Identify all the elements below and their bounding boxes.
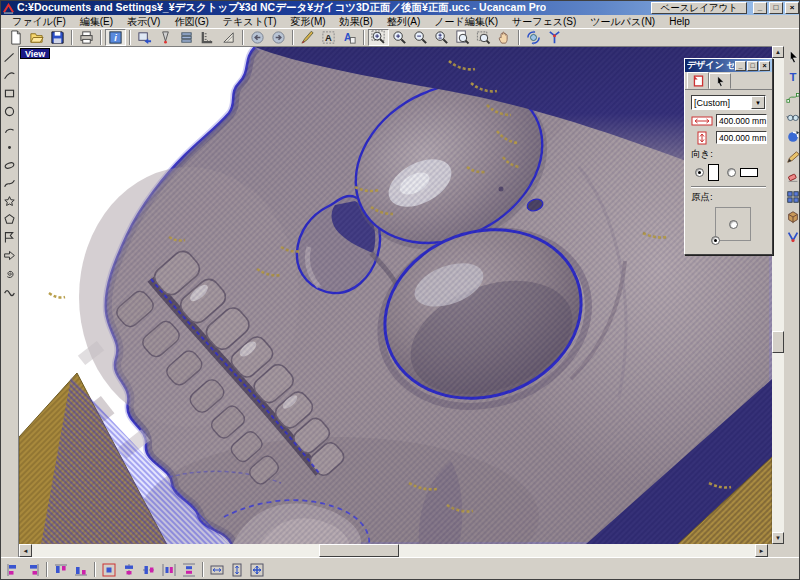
base-layout-button[interactable]: ベースレイアウト	[651, 2, 747, 14]
height-field[interactable]: 400.000 mm	[716, 131, 767, 144]
select-button[interactable]	[784, 47, 800, 67]
menu-view[interactable]: 表示(V)	[120, 15, 167, 29]
centerv-button[interactable]	[139, 560, 159, 580]
view-tab[interactable]: View	[20, 48, 50, 59]
glasses-button[interactable]	[784, 107, 800, 127]
tab-pick[interactable]	[709, 73, 731, 89]
menu-surface[interactable]: サーフェス(S)	[505, 15, 583, 29]
menu-align[interactable]: 整列(A)	[380, 15, 427, 29]
alignbottom-button[interactable]	[71, 560, 91, 580]
spiral-button[interactable]	[1, 264, 18, 282]
modify-button[interactable]	[784, 147, 800, 167]
polygon-button[interactable]	[1, 210, 18, 228]
new-button[interactable]	[5, 29, 26, 46]
viewport-canvas[interactable]: View	[19, 46, 772, 544]
samew-button[interactable]	[207, 560, 227, 580]
rect-button[interactable]	[1, 84, 18, 102]
vertical-scrollbar[interactable]: ▲ ▼	[772, 46, 784, 544]
scroll-up-button[interactable]: ▲	[772, 46, 784, 58]
menu-toolpath[interactable]: ツールパス(N)	[583, 15, 662, 29]
menu-node-edit[interactable]: ノード編集(K)	[427, 15, 505, 29]
sameh-button[interactable]	[227, 560, 247, 580]
horizontal-scrollbar[interactable]: ◄ ►	[19, 544, 768, 557]
zoomout-button[interactable]	[410, 29, 431, 46]
axis-button[interactable]	[544, 29, 565, 46]
vtool-button[interactable]	[155, 29, 176, 46]
portrait-radio[interactable]	[695, 168, 704, 177]
pan-button[interactable]	[494, 29, 515, 46]
restore-button[interactable]: □	[769, 2, 783, 14]
ruler-button[interactable]	[197, 29, 218, 46]
star-button[interactable]	[1, 192, 18, 210]
textart-button[interactable]	[339, 29, 360, 46]
menu-transform[interactable]: 変形(M)	[284, 15, 333, 29]
brush-button[interactable]	[297, 29, 318, 46]
point-button[interactable]	[1, 138, 18, 156]
disth-button[interactable]	[159, 560, 179, 580]
menu-text[interactable]: テキスト(T)	[216, 15, 284, 29]
menu-effect[interactable]: 効果(B)	[333, 15, 380, 29]
vnode-button[interactable]	[784, 227, 800, 247]
aligntop-button[interactable]	[51, 560, 71, 580]
circle-button[interactable]	[1, 102, 18, 120]
open-button[interactable]	[26, 29, 47, 46]
layers-button[interactable]	[176, 29, 197, 46]
vertical-scroll-thumb[interactable]	[772, 331, 784, 353]
minimize-button[interactable]: _	[753, 2, 767, 14]
panel-maximize-button[interactable]: □	[747, 61, 758, 71]
info-button[interactable]	[105, 29, 126, 46]
erase-button[interactable]	[784, 167, 800, 187]
panel-close-button[interactable]: ×	[759, 61, 770, 71]
menu-edit[interactable]: 編集(E)	[73, 15, 120, 29]
alignleft-button[interactable]	[3, 560, 23, 580]
print-button[interactable]	[76, 29, 97, 46]
alignright-button[interactable]	[23, 560, 43, 580]
close-button[interactable]: ×	[785, 2, 799, 14]
preset-select[interactable]: [Custom] ▼	[691, 95, 766, 110]
width-field[interactable]: 400.000 mm	[716, 114, 767, 127]
spline-button[interactable]	[1, 174, 18, 192]
undo-button[interactable]	[247, 29, 268, 46]
arrowshape-button[interactable]	[1, 246, 18, 264]
save-button[interactable]	[47, 29, 68, 46]
landscape-radio[interactable]	[727, 168, 736, 177]
ellipse-button[interactable]	[1, 156, 18, 174]
rotate-button[interactable]	[523, 29, 544, 46]
scroll-down-button[interactable]: ▼	[772, 532, 784, 544]
solid-button[interactable]	[784, 207, 800, 227]
zoompage-button[interactable]	[452, 29, 473, 46]
menu-draw[interactable]: 作図(G)	[167, 15, 215, 29]
export-button[interactable]	[134, 29, 155, 46]
zoomin-button[interactable]	[389, 29, 410, 46]
textframe-button[interactable]	[318, 29, 339, 46]
wave-button[interactable]	[1, 282, 18, 300]
render-button[interactable]	[784, 127, 800, 147]
nodeedit-button[interactable]	[784, 87, 800, 107]
centerh-button[interactable]	[119, 560, 139, 580]
horizontal-scroll-thumb[interactable]	[319, 544, 399, 557]
menu-help[interactable]: Help	[662, 16, 697, 27]
arc-button[interactable]	[1, 66, 18, 84]
blocks-button[interactable]	[784, 187, 800, 207]
chevron-down-icon[interactable]: ▼	[751, 96, 765, 109]
menu-file[interactable]: ファイル(F)	[5, 15, 73, 29]
banner-button[interactable]	[1, 228, 18, 246]
origin-center-radio[interactable]	[729, 220, 738, 229]
protractor-button[interactable]	[218, 29, 239, 46]
line-button[interactable]	[1, 48, 18, 66]
centerpage-button[interactable]	[99, 560, 119, 580]
zoomwin-button[interactable]	[368, 29, 389, 46]
distv-button[interactable]	[179, 560, 199, 580]
arc2-button[interactable]	[1, 120, 18, 138]
scroll-right-button[interactable]: ►	[755, 544, 768, 557]
design-panel-titlebar[interactable]: デザイン セン... _ □ ×	[685, 59, 772, 72]
samesize-button[interactable]	[247, 560, 267, 580]
scroll-left-button[interactable]: ◄	[19, 544, 32, 557]
origin-bottom-left-radio[interactable]	[711, 236, 720, 245]
tab-page-setup[interactable]	[687, 72, 709, 89]
zoomdyn-button[interactable]	[431, 29, 452, 46]
text-button[interactable]	[784, 67, 800, 87]
redo-button[interactable]	[268, 29, 289, 46]
zoomsel-button[interactable]	[473, 29, 494, 46]
panel-minimize-button[interactable]: _	[735, 61, 746, 71]
